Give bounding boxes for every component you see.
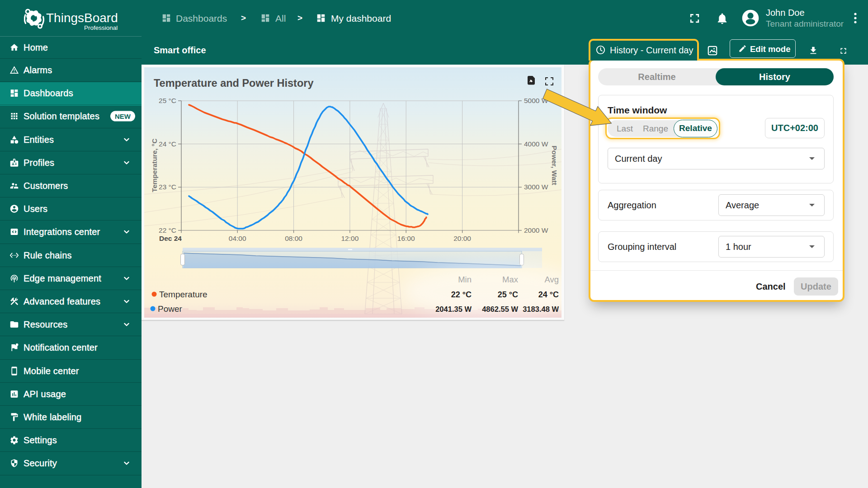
svg-text:22 °C: 22 °C: [451, 290, 472, 299]
svg-text:4862.55 W: 4862.55 W: [482, 305, 518, 313]
svg-text:Temperature: Temperature: [159, 290, 208, 299]
svg-text:3000 W: 3000 W: [524, 183, 548, 191]
svg-text:Temperature and Power History: Temperature and Power History: [154, 77, 313, 89]
svg-text:Max: Max: [502, 275, 519, 284]
svg-text:Min: Min: [458, 275, 472, 284]
svg-text:2000 W: 2000 W: [524, 226, 548, 234]
svg-text:24 °C: 24 °C: [538, 290, 559, 299]
svg-text:Dec 24: Dec 24: [159, 235, 182, 242]
svg-text:23 °C: 23 °C: [159, 183, 176, 191]
svg-text:3183.48 W: 3183.48 W: [523, 305, 559, 313]
svg-text:16:00: 16:00: [397, 235, 415, 242]
svg-text:2041.35 W: 2041.35 W: [435, 305, 472, 313]
svg-text:12:00: 12:00: [341, 235, 359, 242]
svg-text:4000 W: 4000 W: [524, 140, 548, 148]
svg-text:Temperature, °C: Temperature, °C: [151, 139, 158, 192]
svg-text:24 °C: 24 °C: [159, 140, 176, 148]
svg-text:08:00: 08:00: [285, 235, 302, 242]
svg-text:Avg: Avg: [544, 275, 559, 284]
svg-text:25 °C: 25 °C: [159, 97, 176, 104]
svg-text:Power: Power: [158, 304, 183, 314]
svg-text:Power, Watt: Power, Watt: [551, 145, 558, 185]
svg-text:20:00: 20:00: [453, 235, 471, 242]
svg-text:25 °C: 25 °C: [498, 290, 518, 299]
svg-text:22 °C: 22 °C: [159, 226, 176, 234]
svg-text:04:00: 04:00: [229, 235, 246, 242]
